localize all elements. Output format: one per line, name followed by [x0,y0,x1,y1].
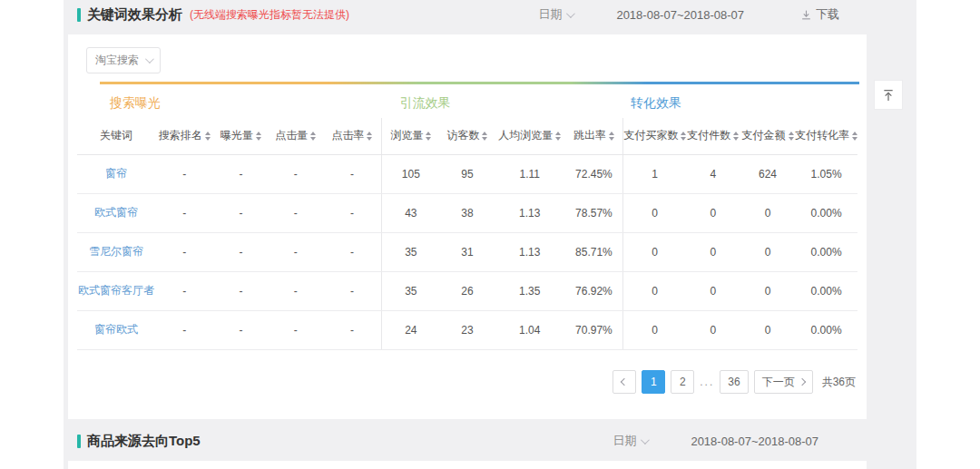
cell: 70.97% [564,310,623,349]
cell: - [269,232,323,271]
keyword-table: 关键词 搜索排名 曝光量 点击量 点击率 浏览量 访客数 人均浏览量 跳出率 支… [77,118,858,350]
table-row: 窗帘欧式 - - - - 24 23 1.04 70.97% 0 0 0 0.0… [77,310,858,349]
cell: 35 [381,271,440,310]
cell: - [214,193,269,232]
total-pages-label: 共36页 [822,375,856,390]
date-filter-dropdown[interactable]: 日期 [538,6,573,23]
channel-select-value: 淘宝搜索 [95,53,139,68]
date-range-value[interactable]: 2018-08-07~2018-08-07 [691,435,818,448]
sort-icon [609,132,614,141]
col-header-exposure[interactable]: 曝光量 [214,118,269,154]
cell: - [269,310,323,349]
back-to-top-icon [881,88,896,103]
date-range-value[interactable]: 2018-08-07~2018-08-07 [616,8,744,22]
next-card-top-strip [68,461,867,469]
group-color-line [100,82,859,84]
download-button[interactable]: 下载 [800,6,839,23]
col-header-pageviews[interactable]: 浏览量 [381,118,440,154]
cell: - [155,271,214,310]
sort-icon [733,132,739,141]
cell: 85.71% [564,232,623,271]
col-header-visitors[interactable]: 访客数 [440,118,495,154]
back-to-top-button[interactable] [874,80,903,110]
cell: 72.45% [564,154,623,193]
cell: 43 [381,193,440,232]
table-header-row: 关键词 搜索排名 曝光量 点击量 点击率 浏览量 访客数 人均浏览量 跳出率 支… [77,118,858,154]
cell: - [323,232,382,271]
cell: 0.00% [795,310,858,349]
col-header-search-rank[interactable]: 搜索排名 [155,118,214,154]
cell: - [155,154,214,193]
cell: 0 [623,271,686,310]
cell: 76.92% [564,271,623,310]
cell: - [214,154,269,193]
page-button-1[interactable]: 1 [642,370,665,394]
col-header-paid-conversion[interactable]: 支付转化率 [795,118,858,154]
bottom-header-controls: 日期 2018-08-07~2018-08-07 [612,433,916,449]
table-row: 欧式窗帘 - - - - 43 38 1.13 78.57% 0 0 0 0.0… [77,193,858,232]
chevron-down-icon [566,9,575,18]
cell: 0 [740,310,795,349]
col-header-ctr[interactable]: 点击率 [323,118,382,154]
download-icon [800,9,812,21]
chevron-down-icon [641,435,650,445]
cell: 31 [440,232,495,271]
cell: 1 [623,154,686,193]
sort-icon [310,132,316,141]
column-group-row: 搜索曝光 引流效果 转化效果 [77,86,858,119]
title-note: (无线端搜索曝光指标暂无法提供) [190,7,349,23]
col-header-bounce-rate[interactable]: 跳出率 [564,118,623,154]
cell: - [269,154,323,193]
col-header-paid-buyers[interactable]: 支付买家数 [623,118,686,154]
cell: 0 [740,232,795,271]
keyword-analysis-card: 淘宝搜索 搜索曝光 引流效果 转化效果 关键词 搜索排名 曝光量 点击量 点击率 [68,34,867,419]
cell: 0 [623,232,686,271]
cell: - [323,193,382,232]
cell: 0 [686,310,740,349]
product-source-section: 商品来源去向Top5 日期 2018-08-07~2018-08-07 [64,426,916,455]
date-filter-label: 日期 [538,6,562,23]
cell: 38 [440,193,495,232]
cell: 624 [740,154,795,193]
col-header-avg-pageviews[interactable]: 人均浏览量 [495,118,564,154]
table-row: 雪尼尔窗帘 - - - - 35 31 1.13 85.71% 0 0 0 0.… [77,232,858,271]
sort-icon [367,132,372,141]
title-accent-bar [77,435,81,448]
sort-icon [789,132,794,141]
col-header-paid-items[interactable]: 支付件数 [686,118,740,154]
prev-page-button[interactable] [612,370,636,394]
cell: - [155,232,214,271]
chevron-down-icon [145,54,154,64]
keyword-link[interactable]: 窗帘 [105,167,127,180]
page-button-2[interactable]: 2 [671,370,694,394]
channel-select[interactable]: 淘宝搜索 [86,47,161,73]
col-header-keyword: 关键词 [77,118,155,154]
sort-icon [555,132,561,141]
keyword-link[interactable]: 欧式窗帘 [94,206,138,219]
keyword-link[interactable]: 欧式窗帘客厅者 [78,284,154,297]
cell: 0 [686,193,740,232]
page-button-36[interactable]: 36 [720,370,748,394]
cell: 95 [440,154,495,193]
download-label: 下载 [816,6,839,23]
next-page-button[interactable]: 下一页 [754,370,813,394]
keyword-link[interactable]: 窗帘欧式 [94,323,138,336]
sort-icon [681,132,686,141]
keyword-link[interactable]: 雪尼尔窗帘 [89,245,143,258]
date-filter-label: 日期 [612,433,636,449]
date-filter-dropdown[interactable]: 日期 [612,433,647,449]
bottom-section-title-text: 商品来源去向Top5 [87,433,201,450]
cell: 24 [381,310,440,349]
cell: 0 [740,271,795,310]
page-canvas: 关键词效果分析 (无线端搜索曝光指标暂无法提供) 日期 2018-08-07~2… [64,0,916,469]
cell: 0 [623,310,686,349]
group-traffic-effect: 引流效果 [381,86,623,119]
col-header-clicks[interactable]: 点击量 [269,118,323,154]
cell: 0 [686,232,740,271]
cell: - [214,271,269,310]
col-header-paid-amount[interactable]: 支付金额 [740,118,795,154]
cell: - [323,154,382,193]
cell: 0 [623,193,686,232]
cell: - [214,310,269,349]
cell: 0.00% [795,193,858,232]
